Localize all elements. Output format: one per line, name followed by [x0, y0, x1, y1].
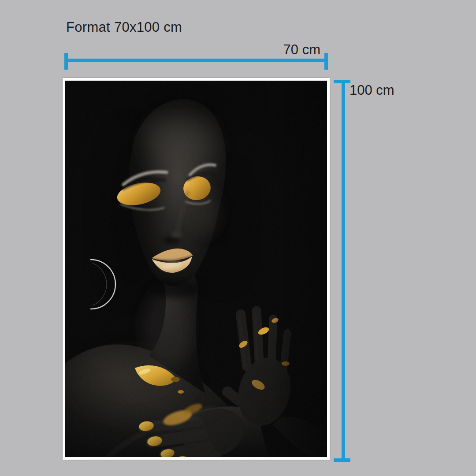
poster-artwork: [65, 81, 327, 457]
product-format-page: { "page": { "background_color": "#bababc…: [0, 0, 476, 476]
width-dimension-label: 70 cm: [245, 42, 320, 58]
height-measure-end-cap: [334, 458, 350, 462]
width-measure-line: [64, 59, 328, 62]
height-measure-start-cap: [334, 80, 350, 83]
width-measure-start-cap: [64, 53, 68, 70]
format-title: Format 70x100 cm: [66, 19, 182, 35]
height-dimension-label: 100 cm: [350, 82, 394, 98]
width-measure-end-cap: [324, 53, 328, 70]
film-grain: [65, 81, 327, 457]
height-measure-line: [342, 80, 345, 462]
poster: [63, 78, 330, 460]
